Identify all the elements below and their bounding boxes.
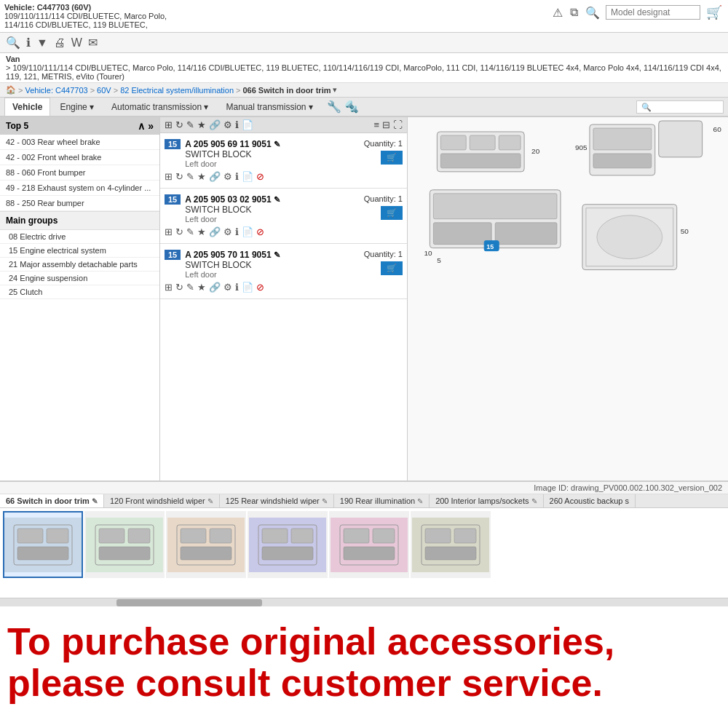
link-part-icon[interactable]: 🔗 [209, 226, 221, 237]
thumbnail-item-0[interactable] [3, 511, 83, 578]
info-part-icon[interactable]: ℹ [235, 171, 239, 182]
refresh-part-icon[interactable]: ↻ [175, 171, 183, 182]
scrollbar-thumb[interactable] [116, 599, 262, 606]
tab-vehicle[interactable]: Vehicle [4, 98, 50, 116]
settings-part-icon[interactable]: ⚙ [223, 171, 232, 182]
left-group-item[interactable]: 25 Clutch [0, 285, 159, 299]
tab-engine[interactable]: Engine ▾ [52, 98, 102, 116]
thumbnail-item-3[interactable] [248, 511, 328, 578]
refresh-part-icon[interactable]: ↻ [175, 282, 183, 293]
doc-part-icon[interactable]: 📄 [242, 282, 253, 293]
edit-icon[interactable]: ✎ [274, 250, 280, 259]
collapse-icon[interactable]: ∧ » [138, 120, 154, 132]
tab-manual-transmission[interactable]: Manual transmission ▾ [218, 98, 320, 116]
pencil-part-icon[interactable]: ✎ [186, 171, 194, 182]
star-part-icon[interactable]: ★ [197, 282, 206, 293]
edit-icon[interactable]: ✎ [274, 140, 280, 149]
thumb-tab-4[interactable]: 200 Interior lamps/sockets✎ [430, 494, 543, 507]
thumb-edit-icon[interactable]: ✎ [531, 497, 537, 505]
warning-icon[interactable]: ⚠ [551, 4, 564, 21]
thumb-tab-0[interactable]: 66 Switch in door trim✎ [0, 494, 104, 507]
star-icon[interactable]: ★ [197, 119, 206, 130]
star-part-icon[interactable]: ★ [197, 171, 206, 182]
diagram-part-middle[interactable]: 15 10 5 [424, 190, 561, 264]
grid-part-icon[interactable]: ⊞ [165, 171, 173, 182]
left-group-item[interactable]: 08 Electric drive [0, 230, 159, 244]
settings-part-icon[interactable]: ⚙ [223, 282, 232, 293]
add-to-cart-button[interactable]: 🛒 [381, 261, 403, 275]
settings-icon[interactable]: ⚙ [223, 119, 232, 130]
pencil-part-icon[interactable]: ✎ [186, 226, 194, 237]
settings-part-icon[interactable]: ⚙ [223, 226, 232, 237]
expand-icon[interactable]: ⛶ [393, 119, 403, 130]
list-view-icon[interactable]: ≡ [373, 119, 379, 130]
add-to-cart-button[interactable]: 🛒 [381, 151, 403, 165]
doc-part-icon[interactable]: 📄 [242, 226, 253, 237]
info-icon[interactable]: ℹ [26, 36, 31, 50]
doc-part-icon[interactable]: 📄 [242, 171, 253, 182]
link-part-icon[interactable]: 🔗 [209, 171, 221, 182]
pencil-part-icon[interactable]: ✎ [186, 282, 194, 293]
no-icon[interactable]: ⊘ [256, 282, 264, 293]
info-part-icon[interactable]: ℹ [235, 226, 239, 237]
grid-part-icon[interactable]: ⊞ [165, 226, 173, 237]
thumb-edit-icon[interactable]: ✎ [417, 497, 423, 505]
star-part-icon[interactable]: ★ [197, 226, 206, 237]
grid-part-icon[interactable]: ⊞ [165, 282, 173, 293]
thumbnail-item-5[interactable] [411, 511, 491, 578]
info-m-icon[interactable]: ℹ [235, 119, 239, 130]
thumbnail-item-4[interactable] [329, 511, 409, 578]
diagram-part-top[interactable]: 20 [437, 132, 539, 172]
cart-icon[interactable]: 🛒 [705, 3, 724, 22]
add-to-cart-button[interactable]: 🛒 [381, 206, 403, 220]
wis-icon[interactable]: W [71, 36, 82, 50]
search-icon-top[interactable]: 🔍 [584, 4, 601, 21]
grid-view-icon[interactable]: ⊟ [382, 119, 390, 130]
print-icon[interactable]: 🖨 [54, 36, 66, 50]
refresh-part-icon[interactable]: ↻ [175, 226, 183, 237]
info-part-icon[interactable]: ℹ [235, 282, 239, 293]
breadcrumb-dropdown-icon[interactable]: ▾ [333, 85, 337, 95]
tab-automatic-transmission[interactable]: Automatic transmission ▾ [103, 98, 216, 116]
thumb-edit-icon[interactable]: ✎ [207, 497, 213, 505]
doc-icon[interactable]: 📄 [242, 119, 253, 130]
filter-icon[interactable]: ▼ [36, 36, 48, 50]
thumb-tab-2[interactable]: 125 Rear windshield wiper✎ [220, 494, 334, 507]
copy-icon[interactable]: ⧉ [569, 4, 579, 20]
diagram-part-right-top[interactable]: 905 70 60 [575, 121, 721, 175]
thumb-tab-3[interactable]: 190 Rear illumination✎ [334, 494, 430, 507]
thumbnail-item-2[interactable] [166, 511, 246, 578]
breadcrumb-vehicle[interactable]: Vehicle: C447703 [25, 86, 87, 95]
nav-search-input[interactable] [636, 100, 724, 114]
edit-icon[interactable]: ✎ [274, 195, 280, 204]
horizontal-scrollbar[interactable] [0, 598, 728, 606]
link-icon[interactable]: 🔗 [209, 119, 221, 130]
thumbnail-item-1[interactable] [84, 511, 165, 578]
left-list-item[interactable]: 88 - 060 Front bumper [0, 165, 159, 181]
left-group-item[interactable]: 21 Major assembly detachable parts [0, 258, 159, 272]
diagram-part-bottom-right[interactable]: 50 [582, 205, 689, 270]
thumb-tab-5[interactable]: 260 Acoustic backup s [544, 494, 636, 507]
email-icon[interactable]: ✉ [88, 36, 98, 50]
wrench-icon[interactable]: 🔧 [327, 100, 341, 114]
thumb-tab-1[interactable]: 120 Front windshield wiper✎ [104, 494, 220, 507]
breadcrumb-60v[interactable]: 60V [97, 86, 111, 95]
left-list-item[interactable]: 42 - 002 Front wheel brake [0, 150, 159, 165]
breadcrumb-elec[interactable]: 82 Electrical system/illumination [120, 86, 234, 95]
link-part-icon[interactable]: 🔗 [209, 282, 221, 293]
no-icon[interactable]: ⊘ [256, 226, 264, 237]
left-list-item[interactable]: 42 - 003 Rear wheel brake [0, 135, 159, 150]
thumb-edit-icon[interactable]: ✎ [92, 497, 98, 505]
left-list-item[interactable]: 88 - 250 Rear bumper [0, 196, 159, 211]
bolt-icon[interactable]: 🔩 [344, 100, 359, 114]
model-search-input[interactable] [606, 5, 700, 20]
no-icon[interactable]: ⊘ [256, 171, 264, 182]
left-list-item[interactable]: 49 - 218 Exhaust system on 4-cylinder ..… [0, 181, 159, 196]
grid-icon[interactable]: ⊞ [165, 119, 173, 130]
left-group-item[interactable]: 15 Engine electrical system [0, 244, 159, 258]
left-group-item[interactable]: 24 Engine suspension [0, 272, 159, 285]
refresh-icon[interactable]: ↻ [175, 119, 183, 130]
thumb-edit-icon[interactable]: ✎ [322, 497, 328, 505]
pencil-icon[interactable]: ✎ [186, 119, 194, 130]
zoom-in-icon[interactable]: 🔍 [6, 36, 20, 50]
